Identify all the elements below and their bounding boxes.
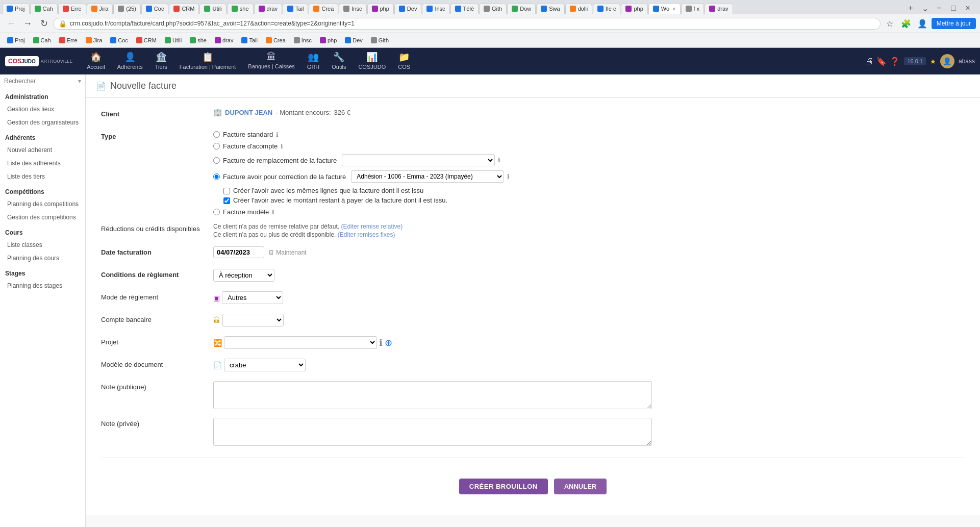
radio-remplacement-input[interactable] bbox=[213, 157, 220, 164]
tab-crea[interactable]: Crea bbox=[309, 3, 338, 14]
radio-modele-input[interactable] bbox=[213, 209, 220, 215]
note-privee-textarea[interactable] bbox=[213, 418, 652, 446]
modele-document-dropdown[interactable]: crabe bbox=[224, 359, 306, 371]
bookmark-crea[interactable]: Crea bbox=[263, 36, 289, 44]
projet-dropdown[interactable] bbox=[224, 336, 377, 349]
tab-crm[interactable]: CRM bbox=[169, 3, 199, 14]
forward-button[interactable]: → bbox=[20, 16, 35, 31]
nav-tiers[interactable]: 🏦 Tiers bbox=[149, 49, 173, 73]
tab-dev[interactable]: Dev bbox=[394, 3, 422, 14]
nav-accueil[interactable]: 🏠 Accueil bbox=[81, 49, 111, 73]
bookmark-icon[interactable]: 🔖 bbox=[876, 57, 887, 66]
tab-she[interactable]: she bbox=[227, 3, 254, 14]
bookmark-coc[interactable]: Coc bbox=[107, 36, 131, 44]
info-acompte-icon[interactable]: ℹ bbox=[281, 143, 283, 150]
info-avoir-icon[interactable]: ℹ bbox=[507, 173, 510, 180]
tab-php1[interactable]: php bbox=[367, 3, 394, 14]
nav-cos[interactable]: 📁 COS bbox=[392, 49, 416, 73]
sidebar-item-liste-classes[interactable]: Liste classes bbox=[0, 238, 85, 252]
maintenant-button[interactable]: 🗓 Maintenant bbox=[268, 249, 307, 256]
favorite-star-icon[interactable]: ★ bbox=[930, 58, 936, 65]
bookmark-dev[interactable]: Dev bbox=[342, 36, 366, 44]
tab-list-button[interactable]: ⌄ bbox=[919, 2, 931, 14]
close-button[interactable]: × bbox=[962, 2, 974, 14]
remise-link2[interactable]: (Editer remises fixes) bbox=[338, 231, 395, 238]
extension-button[interactable]: 🧩 bbox=[899, 16, 913, 31]
avoir-facture-dropdown[interactable]: Adhésion - 1006 - Emma - 2023 (Impayée) bbox=[351, 170, 504, 183]
tab-erre[interactable]: Erre bbox=[58, 3, 86, 14]
bookmark-drav[interactable]: drav bbox=[212, 36, 236, 44]
nav-banques[interactable]: 🏛 Banques | Caisses bbox=[242, 49, 301, 73]
info-modele-icon[interactable]: ℹ bbox=[272, 209, 274, 216]
bookmark-she[interactable]: she bbox=[187, 36, 210, 44]
tab-swa[interactable]: Swa bbox=[536, 3, 564, 14]
info-standard-icon[interactable]: ℹ bbox=[276, 131, 279, 138]
bookmark-crm[interactable]: CRM bbox=[133, 36, 160, 44]
sidebar-item-liste-adherents[interactable]: Liste des adhérents bbox=[0, 157, 85, 170]
nav-outils[interactable]: 🔧 Outils bbox=[325, 49, 352, 73]
sidebar-item-planning-competitions[interactable]: Planning des competitions bbox=[0, 197, 85, 211]
bookmark-cah[interactable]: Cah bbox=[30, 36, 54, 44]
projet-info-button[interactable]: ℹ bbox=[379, 337, 383, 348]
print-icon[interactable]: 🖨 bbox=[865, 57, 873, 66]
bookmark-insc[interactable]: Insc bbox=[291, 36, 315, 44]
compte-bancaire-dropdown[interactable] bbox=[222, 314, 284, 327]
tab-tail[interactable]: Tail bbox=[283, 3, 309, 14]
tab-wo[interactable]: Wo × bbox=[648, 3, 681, 14]
update-button[interactable]: Mettre à jour bbox=[932, 18, 976, 29]
new-tab-button[interactable]: + bbox=[904, 2, 917, 14]
remise-link1[interactable]: (Editer remise relative) bbox=[341, 223, 403, 230]
tab-drav1[interactable]: drav bbox=[254, 3, 282, 14]
search-input[interactable] bbox=[4, 78, 78, 85]
tab-cah[interactable]: Cah bbox=[30, 3, 58, 14]
mode-reglement-dropdown[interactable]: Autres bbox=[222, 291, 283, 304]
tab-utili[interactable]: Utili bbox=[199, 3, 226, 14]
tab-proj[interactable]: Proj bbox=[2, 3, 30, 14]
sidebar-item-lieux[interactable]: Gestion des lieux bbox=[0, 103, 85, 116]
creer-brouillon-button[interactable]: CRÉER BROUILLON bbox=[459, 479, 548, 494]
back-button[interactable]: ← bbox=[4, 16, 18, 31]
nav-grh[interactable]: 👥 GRH bbox=[301, 49, 325, 73]
bookmark-erre[interactable]: Erre bbox=[56, 36, 81, 44]
tab-insc1[interactable]: Insc bbox=[339, 3, 366, 14]
tab-drav2[interactable]: drav bbox=[705, 3, 733, 14]
reload-button[interactable]: ↻ bbox=[37, 16, 51, 31]
note-publique-textarea[interactable] bbox=[213, 381, 652, 409]
client-name[interactable]: DUPONT JEAN bbox=[225, 109, 272, 116]
tab-fx[interactable]: f x bbox=[681, 3, 705, 14]
tab-25[interactable]: (25) bbox=[113, 3, 141, 14]
radio-avoir-input[interactable] bbox=[213, 173, 220, 180]
minimize-button[interactable]: − bbox=[933, 2, 945, 14]
conditions-reglement-dropdown[interactable]: À réception bbox=[213, 269, 274, 282]
tab-dolli[interactable]: dolli bbox=[565, 3, 593, 14]
tab-php2[interactable]: php bbox=[621, 3, 647, 14]
tab-insc2[interactable]: Insc bbox=[422, 3, 449, 14]
bookmark-jira[interactable]: Jira bbox=[83, 36, 106, 44]
maximize-button[interactable]: □ bbox=[947, 2, 960, 14]
sidebar-item-planning-stages[interactable]: Planning des stages bbox=[0, 279, 85, 292]
bookmark-tail[interactable]: Tail bbox=[238, 36, 261, 44]
radio-standard-input[interactable] bbox=[213, 131, 220, 138]
nav-adherents[interactable]: 👤 Adhérents bbox=[111, 49, 149, 73]
tab-jira[interactable]: Jira bbox=[87, 3, 113, 14]
nav-cosjudo[interactable]: 📊 COSJUDO bbox=[352, 49, 392, 73]
profile-button[interactable]: 👤 bbox=[915, 16, 929, 31]
address-bar[interactable]: 🔒 crm.cosjudo.fr/compta/facture/card.php… bbox=[53, 18, 881, 30]
sidebar-item-organisateurs[interactable]: Gestion des organisateurs bbox=[0, 116, 85, 129]
bookmark-php[interactable]: php bbox=[317, 36, 340, 44]
sidebar-item-planning-cours[interactable]: Planning des cours bbox=[0, 252, 85, 265]
tab-ilec[interactable]: Ile c bbox=[593, 3, 620, 14]
bookmark-proj[interactable]: Proj bbox=[4, 36, 28, 44]
tab-coc[interactable]: Coc bbox=[141, 3, 169, 14]
radio-acompte-input[interactable] bbox=[213, 143, 220, 149]
sidebar-item-liste-tiers[interactable]: Liste des tiers bbox=[0, 170, 85, 183]
sidebar-item-gestion-competitions[interactable]: Gestion des competitions bbox=[0, 211, 85, 224]
tab-dow[interactable]: Dow bbox=[507, 3, 536, 14]
projet-add-button[interactable]: ⊕ bbox=[385, 337, 392, 348]
tab-tele[interactable]: Télé bbox=[450, 3, 479, 14]
remplacement-dropdown[interactable] bbox=[342, 154, 495, 166]
info-remplacement-icon[interactable]: ℹ bbox=[498, 157, 500, 164]
checkbox-memes-lignes-input[interactable] bbox=[223, 188, 230, 194]
tab-gith[interactable]: Gith bbox=[479, 3, 507, 14]
sidebar-item-nouvel-adherent[interactable]: Nouvel adherent bbox=[0, 143, 85, 157]
